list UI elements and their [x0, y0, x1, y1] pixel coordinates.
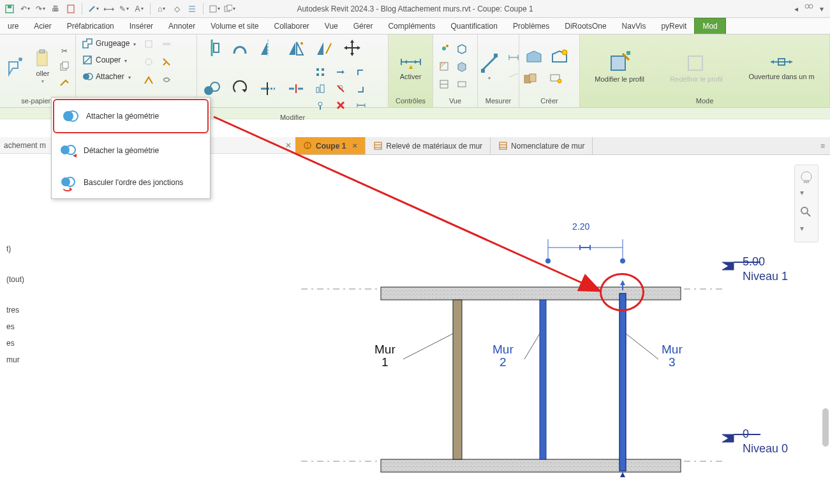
tag-icon[interactable]: ✎ — [118, 3, 130, 15]
dim-arrow-icon[interactable] — [354, 98, 368, 112]
close-icon[interactable]: ✕ — [285, 141, 292, 150]
match-icon[interactable] — [57, 75, 71, 89]
close-tab-icon[interactable]: ✕ — [352, 142, 357, 149]
level1-name[interactable]: Niveau 1 — [743, 270, 788, 283]
align-icon[interactable] — [201, 37, 223, 59]
cut-icon[interactable]: ✂ — [57, 44, 71, 58]
create-assembly-icon[interactable] — [549, 47, 570, 69]
trim-icon[interactable] — [257, 78, 279, 100]
prop-row[interactable]: es — [6, 318, 289, 335]
tab-collaborer[interactable]: Collaborer — [267, 18, 317, 34]
print-icon[interactable]: 🖶 — [50, 3, 61, 15]
attacher-button[interactable]: Attacher — [80, 70, 138, 83]
user-icon[interactable] — [803, 2, 815, 15]
geom-option-5-icon[interactable] — [159, 55, 174, 69]
nav-chevron-icon[interactable]: ▾ — [800, 188, 813, 201]
dimension-value[interactable]: 2.20 — [572, 221, 589, 232]
corner2-icon[interactable] — [354, 82, 368, 96]
tab-quantification[interactable]: Quantification — [443, 18, 505, 34]
prop-row[interactable]: tres — [6, 302, 289, 318]
copy-icon[interactable] — [57, 59, 71, 73]
tab-modifier[interactable]: Mod — [694, 18, 725, 34]
thin-lines-icon[interactable] — [186, 3, 198, 15]
delete-icon[interactable] — [334, 98, 348, 112]
menu-basculer-jonctions[interactable]: Basculer l'ordre des jonctions — [52, 167, 210, 198]
extend-icon[interactable] — [334, 65, 348, 79]
mirror-draw-icon[interactable] — [313, 37, 335, 59]
chevron-left-icon[interactable]: ◂ — [794, 4, 798, 13]
vue-icon-4[interactable] — [455, 41, 469, 56]
home-icon[interactable]: ⌂ — [156, 3, 167, 15]
nav-chevron-icon[interactable]: ▾ — [800, 224, 813, 237]
grugeage-button[interactable]: Grugeage — [80, 37, 138, 50]
tab-vue[interactable]: Vue — [317, 18, 346, 34]
view-tab-nomenclature[interactable]: Nomenclature de mur — [491, 137, 593, 154]
tab-prefabrication[interactable]: Préfabrication — [59, 18, 122, 34]
create-parts-icon[interactable] — [549, 71, 563, 85]
section-icon[interactable]: ◇ — [171, 3, 182, 15]
tab-volume-site[interactable]: Volume et site — [203, 18, 266, 34]
prop-row[interactable]: mur — [6, 352, 289, 368]
tab-pyrevit[interactable]: pyRevit — [653, 18, 694, 34]
menu-attacher-geometrie[interactable]: Attacher la géométrie — [53, 99, 209, 133]
close-views-icon[interactable] — [209, 3, 220, 15]
sheet-icon[interactable] — [65, 3, 77, 15]
tab-acier[interactable]: Acier — [26, 18, 59, 34]
move-icon[interactable] — [341, 37, 363, 59]
dim-linear-icon[interactable] — [507, 50, 521, 64]
modify-button[interactable] — [4, 54, 28, 78]
offset-icon[interactable] — [229, 37, 251, 59]
vertical-scrollbar[interactable] — [822, 408, 829, 447]
view-tab-coupe1[interactable]: Coupe 1 ✕ — [295, 137, 366, 154]
prop-row[interactable]: (tout) — [6, 271, 289, 288]
vue-icon-1[interactable] — [437, 41, 451, 56]
undo-icon[interactable]: ↶ — [19, 3, 31, 15]
level0-name[interactable]: Niveau 0 — [743, 442, 788, 456]
tab-complements[interactable]: Compléments — [380, 18, 443, 34]
drawing-canvas[interactable]: 2.20 Mur 1 Mur 2 Mur 3 5.00 Niveau 1 0 N… — [301, 155, 830, 504]
corner-icon[interactable] — [354, 65, 368, 79]
vue-icon-3[interactable] — [437, 77, 451, 91]
tab-inserer[interactable]: Insérer — [122, 18, 161, 34]
unpin-icon[interactable] — [334, 82, 348, 96]
view-tabs-menu-icon[interactable]: ≡ — [815, 137, 830, 154]
pin-icon[interactable] — [313, 98, 327, 112]
zoom-region-icon[interactable] — [800, 206, 813, 219]
switch-windows-icon[interactable] — [224, 3, 235, 15]
align-dim-icon[interactable]: ⟷ — [103, 3, 114, 15]
measure-icon[interactable] — [87, 3, 99, 15]
prop-row[interactable]: t) — [6, 241, 289, 257]
rotate-icon[interactable] — [229, 78, 251, 100]
activer-button[interactable]: Activer — [396, 51, 426, 82]
tab-gerer[interactable]: Gérer — [346, 18, 381, 34]
mirror-axis-icon[interactable] — [257, 37, 279, 59]
tab-architecture[interactable]: ure — [0, 18, 26, 34]
tab-problemes[interactable]: Problèmes — [505, 18, 557, 34]
save-icon[interactable] — [4, 3, 15, 15]
mirror-pick-icon[interactable] — [285, 37, 307, 59]
view-tab-releve[interactable]: Relevé de matériaux de mur — [366, 137, 491, 154]
couper-button[interactable]: Couper — [80, 54, 138, 66]
prop-row[interactable]: es — [6, 335, 289, 352]
mesurer-button[interactable]: ▾ — [476, 51, 503, 82]
paste-button[interactable]: oller ▾ — [32, 48, 54, 85]
viewcube-icon[interactable]: 2D — [800, 170, 813, 183]
create-group-icon[interactable] — [523, 71, 537, 85]
geom-option-6-icon[interactable] — [159, 73, 174, 87]
tab-annoter[interactable]: Annoter — [161, 18, 203, 34]
scale-icon[interactable] — [313, 82, 327, 96]
chevron-down-icon[interactable]: ▾ — [820, 4, 824, 13]
geom-option-3-icon[interactable] — [142, 73, 156, 87]
modifier-profil-button[interactable]: Modifier le profil — [592, 48, 647, 84]
tab-navvis[interactable]: NavVis — [614, 18, 654, 34]
text-icon[interactable]: A — [133, 3, 145, 15]
copy-icon-big[interactable] — [201, 78, 223, 100]
menu-detacher-geometrie[interactable]: Détacher la géométrie — [52, 135, 210, 167]
ouverture-button[interactable]: Ouverture dans un m — [746, 51, 817, 82]
vue-icon-2[interactable] — [437, 59, 451, 73]
create-similar-icon[interactable] — [523, 47, 545, 69]
vue-icon-5[interactable] — [455, 59, 469, 73]
split-icon[interactable] — [285, 78, 307, 100]
redo-icon[interactable]: ↷ — [34, 3, 46, 15]
tab-dirootsone[interactable]: DiRootsOne — [557, 18, 614, 34]
